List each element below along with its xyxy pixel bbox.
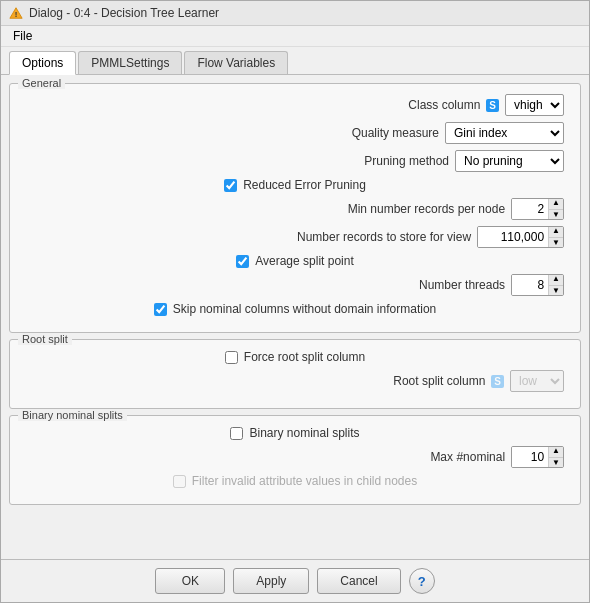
class-column-row: Class column S vhigh high med low <box>26 94 564 116</box>
root-split-col-label: Root split column <box>393 374 485 388</box>
title-text: Dialog - 0:4 - Decision Tree Learner <box>29 6 219 20</box>
filter-invalid-row: Filter invalid attribute values in child… <box>26 474 564 488</box>
general-group: General Class column S vhigh high med lo… <box>9 83 581 333</box>
num-threads-label: Number threads <box>419 278 505 292</box>
binary-nominal-group: Binary nominal splits Binary nominal spl… <box>9 415 581 505</box>
ok-button[interactable]: OK <box>155 568 225 594</box>
max-nominal-label: Max #nominal <box>430 450 505 464</box>
tab-pmml[interactable]: PMMLSettings <box>78 51 182 74</box>
root-split-col-select[interactable]: low med high <box>510 370 564 392</box>
root-split-col-row: Root split column S low med high <box>26 370 564 392</box>
min-records-row: Min number records per node ▲ ▼ <box>26 198 564 220</box>
class-column-badge: S <box>486 99 499 112</box>
tab-flow-variables[interactable]: Flow Variables <box>184 51 288 74</box>
skip-nominal-checkbox[interactable] <box>154 303 167 316</box>
min-records-spinner-buttons: ▲ ▼ <box>548 198 563 220</box>
max-nominal-up[interactable]: ▲ <box>549 446 563 458</box>
force-root-row: Force root split column <box>26 350 564 364</box>
binary-nominal-group-title: Binary nominal splits <box>18 409 127 421</box>
filter-invalid-checkbox[interactable] <box>173 475 186 488</box>
max-nominal-down[interactable]: ▼ <box>549 458 563 469</box>
pruning-method-label: Pruning method <box>364 154 449 168</box>
filter-invalid-label: Filter invalid attribute values in child… <box>192 474 417 488</box>
reduced-error-checkbox-row: Reduced Error Pruning <box>224 178 366 192</box>
num-records-view-up[interactable]: ▲ <box>549 226 563 238</box>
cancel-button[interactable]: Cancel <box>317 568 400 594</box>
reduced-error-row: Reduced Error Pruning <box>26 178 564 192</box>
binary-splits-checkbox[interactable] <box>230 427 243 440</box>
reduced-error-checkbox[interactable] <box>224 179 237 192</box>
class-column-label: Class column <box>408 98 480 112</box>
num-threads-spinner: ▲ ▼ <box>511 274 564 296</box>
general-group-title: General <box>18 77 65 89</box>
binary-splits-label: Binary nominal splits <box>249 426 359 440</box>
num-records-view-row: Number records to store for view ▲ ▼ <box>26 226 564 248</box>
skip-nominal-label: Skip nominal columns without domain info… <box>173 302 436 316</box>
num-records-view-down[interactable]: ▼ <box>549 238 563 249</box>
binary-splits-row: Binary nominal splits <box>26 426 564 440</box>
root-split-col-badge: S <box>491 375 504 388</box>
root-split-group-title: Root split <box>18 333 72 345</box>
dialog-window: ! Dialog - 0:4 - Decision Tree Learner F… <box>0 0 590 603</box>
pruning-method-select[interactable]: No pruning MDL Reduced Error <box>455 150 564 172</box>
class-column-select[interactable]: vhigh high med low <box>505 94 564 116</box>
min-records-down[interactable]: ▼ <box>549 210 563 221</box>
avg-split-checkbox[interactable] <box>236 255 249 268</box>
max-nominal-spinner: ▲ ▼ <box>511 446 564 468</box>
num-threads-down[interactable]: ▼ <box>549 286 563 297</box>
num-threads-spinner-buttons: ▲ ▼ <box>548 274 563 296</box>
avg-split-label: Average split point <box>255 254 354 268</box>
num-records-view-label: Number records to store for view <box>297 230 471 244</box>
tab-options[interactable]: Options <box>9 51 76 75</box>
menu-bar: File <box>1 26 589 47</box>
warning-icon: ! <box>9 6 23 20</box>
svg-text:!: ! <box>15 10 18 19</box>
file-menu[interactable]: File <box>9 27 36 45</box>
root-split-group: Root split Force root split column Root … <box>9 339 581 409</box>
reduced-error-label: Reduced Error Pruning <box>243 178 366 192</box>
num-threads-input[interactable] <box>512 275 548 295</box>
bottom-bar: OK Apply Cancel ? <box>1 559 589 602</box>
quality-measure-label: Quality measure <box>352 126 439 140</box>
skip-nominal-checkbox-row: Skip nominal columns without domain info… <box>154 302 436 316</box>
title-bar: ! Dialog - 0:4 - Decision Tree Learner <box>1 1 589 26</box>
num-records-view-spinner-buttons: ▲ ▼ <box>548 226 563 248</box>
filter-invalid-checkbox-row: Filter invalid attribute values in child… <box>173 474 417 488</box>
max-nominal-input[interactable] <box>512 447 548 467</box>
num-records-view-input[interactable] <box>478 227 548 247</box>
avg-split-checkbox-row: Average split point <box>236 254 354 268</box>
num-threads-row: Number threads ▲ ▼ <box>26 274 564 296</box>
tab-bar: Options PMMLSettings Flow Variables <box>1 47 589 75</box>
num-records-view-spinner: ▲ ▼ <box>477 226 564 248</box>
min-records-label: Min number records per node <box>348 202 505 216</box>
force-root-checkbox-row: Force root split column <box>225 350 365 364</box>
main-content: General Class column S vhigh high med lo… <box>1 75 589 559</box>
skip-nominal-row: Skip nominal columns without domain info… <box>26 302 564 316</box>
help-button[interactable]: ? <box>409 568 435 594</box>
min-records-up[interactable]: ▲ <box>549 198 563 210</box>
max-nominal-row: Max #nominal ▲ ▼ <box>26 446 564 468</box>
min-records-spinner: ▲ ▼ <box>511 198 564 220</box>
pruning-method-row: Pruning method No pruning MDL Reduced Er… <box>26 150 564 172</box>
min-records-input[interactable] <box>512 199 548 219</box>
quality-measure-row: Quality measure Gini index Information G… <box>26 122 564 144</box>
apply-button[interactable]: Apply <box>233 568 309 594</box>
num-threads-up[interactable]: ▲ <box>549 274 563 286</box>
max-nominal-spinner-buttons: ▲ ▼ <box>548 446 563 468</box>
quality-measure-select[interactable]: Gini index Information Gain <box>445 122 564 144</box>
binary-splits-checkbox-row: Binary nominal splits <box>230 426 359 440</box>
force-root-checkbox[interactable] <box>225 351 238 364</box>
avg-split-row: Average split point <box>26 254 564 268</box>
force-root-label: Force root split column <box>244 350 365 364</box>
